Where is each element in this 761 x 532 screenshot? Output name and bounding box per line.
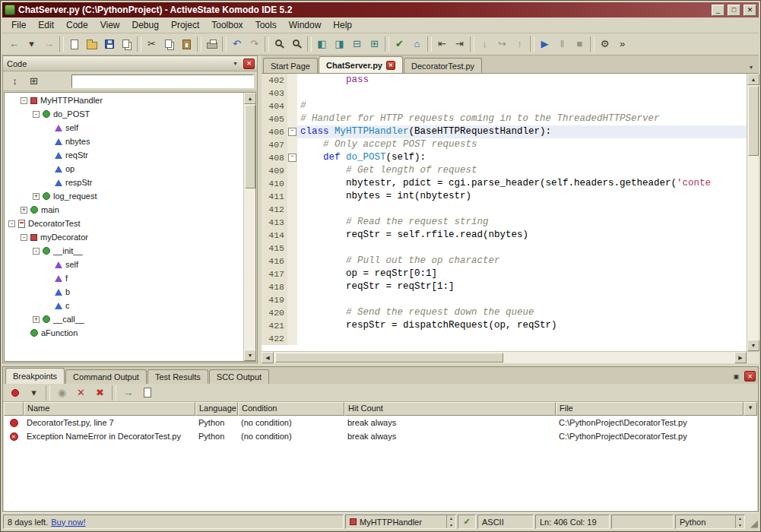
- run-button[interactable]: ▶: [536, 36, 553, 52]
- code-text[interactable]: reqStr = self.rfile.read(nbytes): [297, 229, 747, 242]
- show-all-panes-button[interactable]: ⊞: [366, 36, 383, 52]
- tree-expander-icon[interactable]: [33, 316, 40, 323]
- scope-selector[interactable]: MyHTTPHandler ▲ ▼: [345, 515, 456, 529]
- toggle-right-pane-button[interactable]: ◨: [331, 36, 348, 52]
- scope-spinner[interactable]: ▲ ▼: [446, 515, 455, 528]
- sort-button[interactable]: ↕: [6, 73, 24, 90]
- breakpoint-row[interactable]: DecoratorTest.py, line 7 Python (no cond…: [4, 416, 757, 429]
- encoding-indicator[interactable]: ASCII: [477, 515, 534, 529]
- fold-margin[interactable]: [287, 229, 297, 242]
- save-all-button[interactable]: [118, 36, 135, 52]
- column-header-hit-count[interactable]: Hit Count: [344, 402, 556, 416]
- scroll-up-icon[interactable]: ▲: [244, 93, 256, 104]
- tree-item[interactable]: aFunction: [5, 326, 243, 340]
- step-over-button[interactable]: ↪: [493, 36, 511, 52]
- cut-button[interactable]: ✂: [143, 36, 160, 52]
- save-button[interactable]: [100, 36, 118, 52]
- tab-close-icon[interactable]: ✕: [386, 61, 395, 70]
- bottom-tab[interactable]: Command Output: [65, 369, 147, 384]
- fold-margin[interactable]: [287, 216, 297, 229]
- fold-margin[interactable]: [287, 332, 297, 345]
- code-text[interactable]: op = reqStr[0:1]: [297, 268, 747, 280]
- column-header-file[interactable]: File: [556, 402, 744, 416]
- line-number[interactable]: 406: [262, 125, 287, 138]
- breakpoint-row[interactable]: Exception NameError in DecoratorTest.py …: [4, 429, 757, 443]
- tree-scrollbar[interactable]: ▲ ▼: [243, 93, 255, 361]
- editor-tab[interactable]: Start Page ✕: [263, 58, 318, 73]
- fold-margin[interactable]: [287, 177, 297, 190]
- fold-margin[interactable]: [287, 319, 297, 332]
- line-number[interactable]: 413: [262, 216, 287, 229]
- stop-button[interactable]: ■: [571, 36, 588, 52]
- buy-now-link[interactable]: Buy now!: [51, 518, 85, 527]
- code-text[interactable]: # Pull out the op character: [297, 255, 747, 268]
- tree-item[interactable]: c: [5, 299, 243, 312]
- back-menu-button[interactable]: ▾: [23, 36, 40, 52]
- spin-down-icon[interactable]: ▼: [447, 522, 455, 529]
- fold-margin[interactable]: [287, 203, 297, 216]
- line-number[interactable]: 412: [262, 203, 287, 216]
- code-text[interactable]: def do_POST(self):: [297, 151, 747, 164]
- print-button[interactable]: [203, 36, 220, 52]
- fold-margin[interactable]: [287, 255, 297, 268]
- code-text[interactable]: [297, 242, 747, 255]
- overflow-button[interactable]: »: [614, 36, 631, 52]
- line-number[interactable]: 420: [262, 306, 287, 319]
- line-number[interactable]: 404: [262, 100, 287, 112]
- fold-margin[interactable]: [287, 164, 297, 177]
- line-number[interactable]: 405: [262, 112, 287, 125]
- code-text[interactable]: [297, 293, 747, 306]
- resize-grip[interactable]: ◢: [747, 515, 758, 529]
- code-text[interactable]: class MyHTTPHandler(BaseHTTPRequestHandl…: [297, 125, 747, 138]
- minimize-button[interactable]: _: [712, 5, 725, 16]
- scrollbar-thumb[interactable]: [275, 353, 503, 363]
- toggle-left-pane-button[interactable]: ◧: [313, 36, 331, 52]
- menu-item[interactable]: File: [5, 18, 32, 32]
- scrollbar-track[interactable]: [503, 352, 734, 363]
- line-number[interactable]: 407: [262, 138, 287, 151]
- fold-margin[interactable]: [287, 100, 297, 112]
- tab-list-icon[interactable]: ▾: [745, 61, 757, 73]
- float-pane-icon[interactable]: ▣: [731, 371, 742, 382]
- tree-item[interactable]: reqStr: [5, 148, 243, 162]
- tree-item[interactable]: self: [5, 121, 243, 135]
- delete-all-breakpoints-button[interactable]: ✖: [91, 385, 109, 401]
- code-text[interactable]: nbytestr, pdict = cgi.parse_header(self.…: [297, 177, 747, 190]
- menu-item[interactable]: Tools: [249, 18, 283, 32]
- fold-margin[interactable]: [287, 125, 297, 138]
- menu-item[interactable]: Toolbox: [205, 18, 249, 32]
- toolbox-button[interactable]: ⚙: [596, 36, 614, 52]
- code-text[interactable]: reqStr = reqStr[1:]: [297, 280, 747, 293]
- code-text[interactable]: respStr = dispatchRequest(op, reqStr): [297, 319, 747, 332]
- fold-margin[interactable]: [287, 190, 297, 203]
- tree-item[interactable]: __call__: [5, 312, 243, 326]
- bottom-tab[interactable]: SCC Output: [209, 369, 269, 384]
- new-file-button[interactable]: [65, 36, 83, 52]
- line-number[interactable]: 417: [262, 268, 287, 280]
- breakpoint-properties-button[interactable]: [138, 385, 156, 401]
- paste-button[interactable]: [178, 36, 195, 52]
- line-number[interactable]: 402: [262, 74, 287, 87]
- tree-item[interactable]: DecoratorTest: [5, 217, 243, 230]
- menu-item[interactable]: Help: [327, 18, 358, 32]
- tree-item[interactable]: f: [5, 271, 243, 285]
- column-header-condition[interactable]: Condition: [238, 402, 344, 416]
- find-button[interactable]: [271, 36, 288, 52]
- tree-item[interactable]: self: [5, 258, 243, 271]
- tree-expander-icon[interactable]: [21, 207, 27, 214]
- pane-close-icon[interactable]: ✕: [243, 59, 255, 69]
- language-spinner[interactable]: ▲ ▼: [735, 515, 744, 528]
- pause-button[interactable]: ‖: [553, 36, 571, 52]
- delete-breakpoint-button[interactable]: ✕: [72, 385, 90, 401]
- close-button[interactable]: ✕: [744, 5, 756, 16]
- code-text[interactable]: # Handler for HTTP requests coming in to…: [297, 112, 747, 125]
- step-in-button[interactable]: ↓: [476, 36, 493, 52]
- tree-item[interactable]: myDecorator: [5, 230, 243, 244]
- line-number[interactable]: 419: [262, 293, 287, 306]
- view-options-button[interactable]: ⊞: [25, 73, 43, 90]
- syntax-status-indicator[interactable]: ✓: [458, 515, 476, 529]
- code-text[interactable]: nbytes = int(nbytestr): [297, 190, 747, 203]
- tree-item[interactable]: respStr: [5, 176, 243, 189]
- tree-item[interactable]: do_POST: [5, 107, 243, 121]
- maximize-button[interactable]: □: [728, 5, 740, 16]
